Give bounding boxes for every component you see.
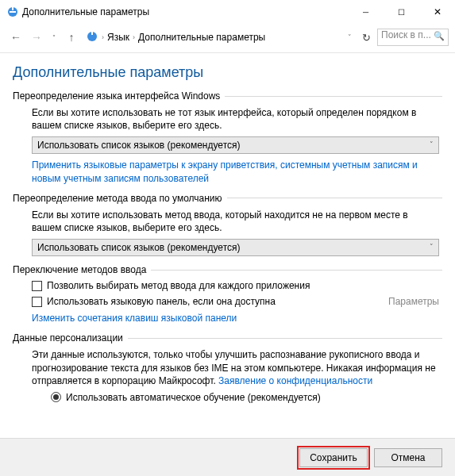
maximize-button[interactable]: ☐ [384,0,419,24]
search-placeholder: Поиск в п... [381,29,431,40]
section-switch-label: Переключение методов ввода [13,264,146,275]
cancel-label: Отмена [391,452,425,463]
section-ui-label: Переопределение языка интерфейса Windows [13,90,220,102]
ui-language-select[interactable]: Использовать список языков (рекомендуетс… [32,136,439,154]
navbar: ← → ˅ ↑ › Язык › Дополнительные параметр… [0,24,455,51]
auto-learning-radio[interactable]: Использовать автоматическое обучение (ре… [32,392,439,403]
section-divider [227,198,442,198]
breadcrumb-advanced[interactable]: Дополнительные параметры [138,32,265,43]
checkbox-icon [32,297,42,307]
section-personalization: Данные персонализации Эти данные использ… [13,332,442,403]
chevron-down-icon[interactable]: ˅ [348,33,352,41]
breadcrumb-language[interactable]: Язык [107,32,129,43]
breadcrumb[interactable]: › Язык › Дополнительные параметры ˅ [86,30,352,45]
chevron-right-icon: › [133,33,135,41]
page-title: Дополнительные параметры [13,64,442,81]
per-app-input-label: Позволить выбирать метод ввода для каждо… [47,280,310,291]
section-divider [128,338,442,339]
window-title: Дополнительные параметры [19,6,348,17]
language-bar-params-link[interactable]: Параметры [388,296,439,307]
svg-rect-1 [12,6,13,10]
hotkeys-link[interactable]: Изменить сочетания клавиш языковой панел… [32,313,237,324]
location-icon [86,30,98,45]
section-divider [151,270,442,271]
chevron-right-icon: › [102,33,104,41]
search-input[interactable]: Поиск в п... [377,29,449,46]
per-app-input-checkbox[interactable]: Позволить выбирать метод ввода для каждо… [32,280,439,291]
ui-hint: Если вы хотите использовать не тот язык … [32,106,439,132]
minimize-button[interactable]: ─ [348,0,384,24]
cancel-button[interactable]: Отмена [374,448,442,467]
chevron-down-icon: ˅ [430,243,434,251]
svg-rect-2 [10,11,16,13]
radio-icon [51,392,61,402]
close-button[interactable]: ✕ [419,0,455,24]
language-bar-checkbox[interactable]: Использовать языковую панель, если она д… [32,296,388,307]
back-button[interactable]: ← [6,28,25,47]
language-bar-label: Использовать языковую панель, если она д… [47,296,276,307]
section-input-method: Переопределение метода ввода по умолчани… [13,193,442,256]
input-method-select[interactable]: Использовать список языков (рекомендуетс… [32,239,439,256]
personal-hint: Эти данные используются, только чтобы ул… [32,348,439,387]
input-hint: Если вы хотите использовать метод ввода,… [32,209,439,234]
ui-language-value: Использовать список языков (рекомендуетс… [37,140,241,151]
save-button[interactable]: Сохранить [299,448,368,467]
section-switch-methods: Переключение методов ввода Позволить выб… [13,264,442,324]
forward-button[interactable]: → [27,28,46,47]
input-method-value: Использовать список языков (рекомендуетс… [37,242,241,253]
up-button[interactable]: ↑ [62,28,81,47]
svg-rect-4 [91,31,93,35]
section-divider [225,96,442,97]
refresh-button[interactable]: ↻ [357,28,376,47]
titlebar: Дополнительные параметры ─ ☐ ✕ [0,0,455,24]
section-input-label: Переопределение метода ввода по умолчани… [13,193,222,204]
save-label: Сохранить [310,452,357,463]
privacy-link[interactable]: Заявление о конфиденциальности [218,375,372,386]
section-personal-label: Данные персонализации [13,332,123,344]
app-icon [6,6,19,18]
button-bar: Сохранить Отмена [0,438,455,476]
apply-to-welcome-link[interactable]: Применить языковые параметры к экрану пр… [32,159,418,183]
auto-learning-label: Использовать автоматическое обучение (ре… [66,392,321,403]
history-dropdown[interactable]: ˅ [48,28,60,47]
chevron-down-icon: ˅ [430,140,434,148]
section-ui-language: Переопределение языка интерфейса Windows… [13,90,442,185]
content: Дополнительные параметры Переопределение… [0,53,455,403]
checkbox-icon [32,281,42,291]
